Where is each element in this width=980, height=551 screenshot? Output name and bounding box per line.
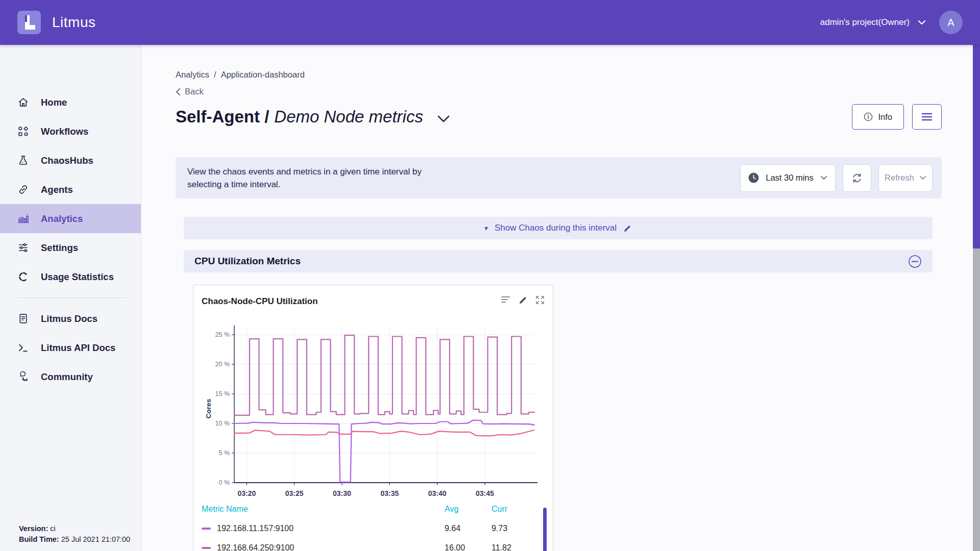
analytics-icon xyxy=(17,213,29,224)
litmus-logo-icon xyxy=(17,11,41,34)
usage-icon xyxy=(17,271,29,283)
svg-text:03:25: 03:25 xyxy=(285,489,304,497)
time-interval-strip: View the chaos events and metrics in a g… xyxy=(176,157,942,198)
sidebar-item-analytics[interactable]: Analytics xyxy=(0,204,141,233)
project-selector-label: admin's project(Owner) xyxy=(820,17,910,28)
project-selector[interactable]: admin's project(Owner) xyxy=(820,17,926,28)
community-icon xyxy=(17,371,29,383)
collapse-section-button[interactable] xyxy=(908,255,922,268)
edit-pencil-icon[interactable] xyxy=(623,224,632,233)
chart-expand-icon[interactable] xyxy=(535,295,545,305)
legend-row[interactable]: 192.168.11.157:9100 9.64 9.73 xyxy=(202,524,527,533)
svg-text:0 %: 0 % xyxy=(218,479,230,486)
page-title-agent: Self-Agent / xyxy=(176,107,269,127)
svg-text:5 %: 5 % xyxy=(218,449,230,457)
section-title: CPU Utilization Metrics xyxy=(194,256,301,267)
svg-text:03:40: 03:40 xyxy=(428,489,447,497)
page-title-dashboard: Demo Node metrics xyxy=(274,107,423,127)
sidebar-item-settings[interactable]: Settings xyxy=(0,233,141,262)
chart-legend: Metric Name Avg Curr 192.168.11.157:9100… xyxy=(202,505,545,551)
sidebar-item-label: Litmus Docs xyxy=(41,313,97,324)
sidebar-item-label: Usage Statistics xyxy=(41,271,114,283)
chevron-down-icon xyxy=(820,176,827,180)
svg-text:20 %: 20 % xyxy=(215,361,230,368)
refresh-dropdown[interactable]: Refresh xyxy=(878,164,933,192)
page-scrollbar-track[interactable] xyxy=(973,45,980,551)
cpu-utilization-chart-card: Chaos-Node-CPU Utilization 03:2003: xyxy=(193,285,553,551)
svg-text:03:45: 03:45 xyxy=(476,489,494,497)
sidebar-item-chaoshubs[interactable]: ChaosHubs xyxy=(0,146,141,175)
chevron-down-icon xyxy=(918,20,926,25)
chart-title: Chaos-Node-CPU Utilization xyxy=(202,292,318,307)
legend-header-avg: Avg xyxy=(445,505,492,514)
sidebar-item-label: Litmus API Docs xyxy=(41,342,115,354)
title-chevron-down-icon[interactable] xyxy=(437,115,450,122)
workflows-icon xyxy=(17,126,29,137)
version-info: Version: ci Build Time: 25 Jul 2021 21:0… xyxy=(19,523,130,545)
legend-row[interactable]: 192.168.64.250:9100 16.00 11.82 xyxy=(202,543,527,551)
sidebar-item-litmus-docs[interactable]: Litmus Docs xyxy=(0,304,141,333)
svg-text:15 %: 15 % xyxy=(215,390,230,397)
cpu-utilization-chart: 03:2003:2503:3003:3503:4003:450 %5 %10 %… xyxy=(202,315,545,503)
info-icon xyxy=(864,112,873,121)
sidebar-divider xyxy=(17,297,127,298)
sidebar-item-usage-statistics[interactable]: Usage Statistics xyxy=(0,262,141,291)
back-button[interactable]: Back xyxy=(176,87,973,96)
info-button[interactable]: Info xyxy=(852,104,904,130)
page-scrollbar-thumb[interactable] xyxy=(973,45,980,248)
breadcrumb-analytics[interactable]: Analytics xyxy=(176,70,209,80)
legend-header-metric: Metric Name xyxy=(202,505,445,514)
sidebar-item-label: Agents xyxy=(41,184,73,195)
svg-text:10 %: 10 % xyxy=(215,420,230,427)
cpu-utilization-section-header: CPU Utilization Metrics xyxy=(184,250,933,272)
sidebar-item-litmus-api-docs[interactable]: Litmus API Docs xyxy=(0,333,141,362)
sidebar-item-agents[interactable]: Agents xyxy=(0,175,141,204)
chart-edit-pencil-icon[interactable] xyxy=(519,295,528,305)
legend-header-curr: Curr xyxy=(492,505,527,514)
top-navbar: Litmus admin's project(Owner) A xyxy=(0,0,980,45)
sidebar-item-label: ChaosHubs xyxy=(41,155,93,166)
link-icon xyxy=(17,184,29,195)
svg-text:25 %: 25 % xyxy=(215,331,230,338)
main-content: Analytics / Application-dashboard Back S… xyxy=(142,45,973,551)
avatar[interactable]: A xyxy=(939,11,963,34)
svg-text:03:35: 03:35 xyxy=(380,489,399,497)
breadcrumb-separator: / xyxy=(214,70,216,80)
svg-text:03:20: 03:20 xyxy=(237,489,256,497)
legend-scrollbar[interactable] xyxy=(543,508,547,551)
series-color-dash xyxy=(202,528,211,530)
reload-button[interactable] xyxy=(843,164,871,192)
chevron-down-icon xyxy=(919,176,926,180)
time-range-dropdown[interactable]: Last 30 mins xyxy=(740,164,836,192)
sidebar-item-workflows[interactable]: Workflows xyxy=(0,117,141,146)
dropdown-triangle-icon: ▾ xyxy=(484,224,488,232)
series-color-dash xyxy=(202,547,211,549)
breadcrumb-application-dashboard[interactable]: Application-dashboard xyxy=(221,70,305,80)
refresh-icon xyxy=(851,172,863,184)
sidebar-item-home[interactable]: Home xyxy=(0,88,141,117)
sidebar-item-label: Home xyxy=(41,97,67,108)
breadcrumb: Analytics / Application-dashboard xyxy=(176,70,973,80)
hamburger-icon xyxy=(921,113,933,121)
svg-text:03:30: 03:30 xyxy=(333,489,351,497)
sidebar-item-label: Community xyxy=(41,371,93,383)
flask-icon xyxy=(17,155,29,166)
sidebar-item-label: Workflows xyxy=(41,126,88,137)
document-icon xyxy=(17,313,29,324)
sidebar: Home Workflows ChaosHubs Agents xyxy=(0,45,141,551)
sidebar-item-label: Settings xyxy=(41,242,78,254)
home-icon xyxy=(17,96,29,108)
show-chaos-toggle[interactable]: ▾ Show Chaos during this interval xyxy=(184,217,933,239)
terminal-icon xyxy=(17,342,29,354)
svg-text:Cores: Cores xyxy=(205,399,212,418)
brand-name: Litmus xyxy=(52,14,95,31)
sliders-icon xyxy=(17,242,29,254)
clock-icon xyxy=(748,172,759,183)
sidebar-item-label: Analytics xyxy=(41,213,83,224)
dashboard-menu-button[interactable] xyxy=(912,104,942,130)
minus-circle-icon xyxy=(908,255,922,268)
sidebar-item-community[interactable]: Community xyxy=(0,362,141,391)
chart-options-icon[interactable] xyxy=(501,295,511,305)
interval-note: View the chaos events and metrics in a g… xyxy=(187,165,453,191)
page-title: Self-Agent / Demo Node metrics xyxy=(176,107,450,127)
